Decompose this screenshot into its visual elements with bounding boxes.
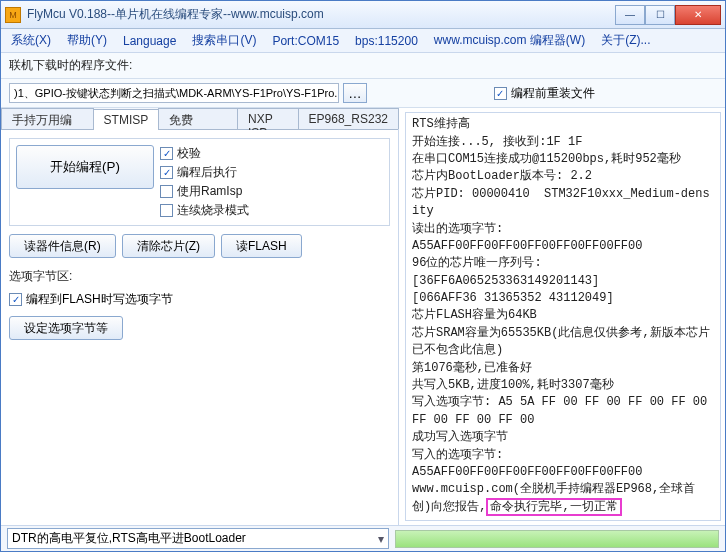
menu-bps[interactable]: bps:115200 bbox=[349, 32, 424, 50]
main-area: 手持万用编程器 STMISP 免费STMIAP NXP ISP EP968_RS… bbox=[1, 108, 725, 525]
log-success-highlight: 命令执行完毕,一切正常 bbox=[486, 498, 621, 516]
bottom-bar: DTR的高电平复位,RTS高电平进BootLoader bbox=[1, 525, 725, 551]
browse-button[interactable]: … bbox=[343, 83, 367, 103]
opt-continuous[interactable]: 连续烧录模式 bbox=[160, 202, 249, 219]
reset-mode-combo[interactable]: DTR的高电平复位,RTS高电平进BootLoader bbox=[7, 528, 389, 549]
menu-system[interactable]: 系统(X) bbox=[5, 30, 57, 51]
opt-run-after[interactable]: ✓编程后执行 bbox=[160, 164, 249, 181]
log-output[interactable]: RTS置高(+3-+12V),选择进入BootLoader ...延时100毫秒… bbox=[405, 112, 721, 521]
menu-about[interactable]: 关于(Z)... bbox=[595, 30, 656, 51]
tab-stmiap[interactable]: 免费STMIAP bbox=[158, 108, 238, 129]
option-bytes-label: 选项字节区: bbox=[9, 268, 390, 285]
right-pane: RTS置高(+3-+12V),选择进入BootLoader ...延时100毫秒… bbox=[399, 108, 725, 525]
tabs: 手持万用编程器 STMISP 免费STMIAP NXP ISP EP968_RS… bbox=[1, 108, 398, 130]
menu-site[interactable]: www.mcuisp.com 编程器(W) bbox=[428, 30, 591, 51]
maximize-button[interactable]: ☐ bbox=[645, 5, 675, 25]
file-path-input[interactable]: )1、GPIO-按键状态判断之扫描式\MDK-ARM\YS-F1Pro\YS-F… bbox=[9, 83, 339, 103]
reinstall-label: 编程前重装文件 bbox=[511, 85, 595, 102]
read-device-info-button[interactable]: 读器件信息(R) bbox=[9, 234, 116, 258]
progress-bar bbox=[395, 530, 719, 548]
minimize-button[interactable]: — bbox=[615, 5, 645, 25]
app-icon: M bbox=[5, 7, 21, 23]
app-window: M FlyMcu V0.188--单片机在线编程专家--www.mcuisp.c… bbox=[0, 0, 726, 552]
file-label: 联机下载时的程序文件: bbox=[9, 57, 132, 74]
tab-stmisp[interactable]: STMISP bbox=[93, 109, 160, 130]
read-flash-button[interactable]: 读FLASH bbox=[221, 234, 302, 258]
menu-searchport[interactable]: 搜索串口(V) bbox=[186, 30, 262, 51]
opt-ramisp[interactable]: 使用RamIsp bbox=[160, 183, 249, 200]
reinstall-checkbox[interactable]: ✓编程前重装文件 bbox=[494, 85, 595, 102]
start-program-button[interactable]: 开始编程(P) bbox=[16, 145, 154, 189]
opt-verify[interactable]: ✓校验 bbox=[160, 145, 249, 162]
file-row2: )1、GPIO-按键状态判断之扫描式\MDK-ARM\YS-F1Pro\YS-F… bbox=[1, 79, 725, 108]
tab-nxpisp[interactable]: NXP ISP bbox=[237, 108, 299, 129]
file-row: 联机下载时的程序文件: bbox=[1, 53, 725, 79]
menu-help[interactable]: 帮助(Y) bbox=[61, 30, 113, 51]
titlebar[interactable]: M FlyMcu V0.188--单片机在线编程专家--www.mcuisp.c… bbox=[1, 1, 725, 29]
tab-ep968[interactable]: EP968_RS232 bbox=[298, 108, 399, 129]
window-title: FlyMcu V0.188--单片机在线编程专家--www.mcuisp.com bbox=[27, 6, 615, 23]
close-button[interactable]: ✕ bbox=[675, 5, 721, 25]
tab-handheld[interactable]: 手持万用编程器 bbox=[1, 108, 94, 129]
left-pane: 手持万用编程器 STMISP 免费STMIAP NXP ISP EP968_RS… bbox=[1, 108, 399, 525]
erase-chip-button[interactable]: 清除芯片(Z) bbox=[122, 234, 215, 258]
menu-language[interactable]: Language bbox=[117, 32, 182, 50]
set-option-bytes-button[interactable]: 设定选项字节等 bbox=[9, 316, 123, 340]
menu-port[interactable]: Port:COM15 bbox=[266, 32, 345, 50]
menubar: 系统(X) 帮助(Y) Language 搜索串口(V) Port:COM15 … bbox=[1, 29, 725, 53]
panel-stmisp: 开始编程(P) ✓校验 ✓编程后执行 使用RamIsp 连续烧录模式 读器件信息… bbox=[1, 130, 398, 525]
write-option-bytes-checkbox[interactable]: ✓编程到FLASH时写选项字节 bbox=[9, 291, 390, 308]
